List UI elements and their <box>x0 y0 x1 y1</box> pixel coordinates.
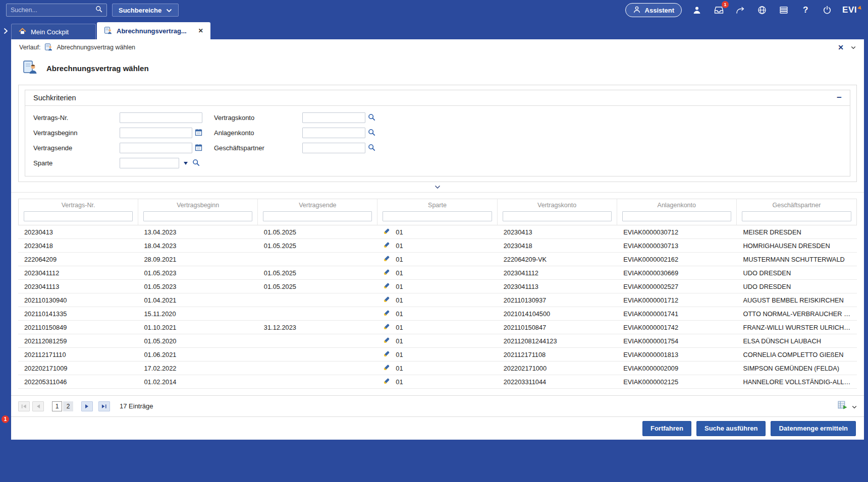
cell: 202110141335 <box>18 310 138 318</box>
topbar: Suchbereiche Assistent 1 ? <box>0 0 868 20</box>
cell: 202205311046 <box>18 378 138 386</box>
sparte-icon <box>384 310 390 318</box>
column-header[interactable]: Anlagenkonto <box>617 199 737 210</box>
sparte-dropdown-icon[interactable] <box>184 162 188 165</box>
global-search-input[interactable] <box>11 7 95 14</box>
column-header[interactable]: Sparte <box>377 199 497 210</box>
cell: EVIAK0000001754 <box>617 337 737 345</box>
fortfahren-button[interactable]: Fortfahren <box>642 421 691 436</box>
table-row[interactable]: 202304111201.05.202301.05.20250120230411… <box>18 266 857 280</box>
evi-logo-mark-icon <box>857 5 862 10</box>
column-filter-input[interactable] <box>503 211 612 221</box>
vertragskonto-search-icon[interactable] <box>368 113 375 123</box>
column-filter-input[interactable] <box>24 211 133 221</box>
close-view-icon[interactable]: ✕ <box>838 43 844 51</box>
table-row[interactable]: 20211013094001.04.202101202110130937EVIA… <box>18 293 857 307</box>
column-header[interactable]: Vertragskonto <box>498 199 617 210</box>
table-row[interactable]: 20220217100917.02.202201202202171000EVIA… <box>18 361 857 375</box>
sparte-cell: 01 <box>377 269 497 277</box>
sparte-cell: 01 <box>377 378 497 386</box>
server-stack-icon[interactable] <box>777 4 790 17</box>
anlagenkonto-search-icon[interactable] <box>368 129 375 138</box>
sparte-search-icon[interactable] <box>192 159 200 168</box>
cell: 202112081244123 <box>498 337 617 345</box>
power-icon[interactable] <box>821 4 834 17</box>
export-menu-chevron-icon[interactable] <box>852 402 857 411</box>
cell: 31.12.2023 <box>258 324 377 331</box>
sparte-input[interactable] <box>120 158 179 168</box>
geschaeftspartner-input[interactable] <box>302 143 365 153</box>
collapse-panel-button[interactable]: − <box>837 94 842 101</box>
cell: 20230413 <box>498 228 617 236</box>
table-filter-row <box>19 210 856 225</box>
search-areas-button[interactable]: Suchbereiche <box>112 4 179 17</box>
tab-close-icon[interactable]: ✕ <box>198 27 203 34</box>
column-filter-input[interactable] <box>383 211 492 221</box>
last-page-button[interactable] <box>98 401 110 411</box>
vertragsbeginn-calendar-icon[interactable] <box>195 129 202 138</box>
forward-arrow-icon[interactable] <box>734 4 747 17</box>
page-title: Abrechnungsvertrag wählen <box>46 64 149 73</box>
table-row[interactable]: 20220531104601.02.201401202203311044EVIA… <box>18 375 857 389</box>
cell: UDO DRESDEN <box>737 283 857 290</box>
home-icon <box>19 27 26 36</box>
column-header[interactable]: Vertragsende <box>258 199 377 210</box>
table-row[interactable]: 20211015084901.10.202131.12.202301202110… <box>18 321 857 334</box>
table-row[interactable]: 20211217111001.06.202101202112171108EVIA… <box>18 348 857 361</box>
anlagenkonto-input[interactable] <box>302 128 365 138</box>
cell: 202202171000 <box>498 365 617 372</box>
column-filter-input[interactable] <box>622 211 731 221</box>
panel-collapse-chevron-icon[interactable] <box>11 182 864 193</box>
table-row[interactable]: 20211208125901.05.202001202112081244123E… <box>18 334 857 348</box>
first-page-button[interactable] <box>18 401 30 411</box>
column-header[interactable]: Vertragsbeginn <box>138 199 258 210</box>
previous-page-button[interactable] <box>32 401 44 411</box>
vertragsende-input[interactable] <box>120 143 192 153</box>
view-menu-chevron-icon[interactable] <box>851 44 856 51</box>
table-row[interactable]: 20211014133515.11.2020012021014104500EVI… <box>18 307 857 321</box>
suche-ausfuehren-button[interactable]: Suche ausführen <box>696 421 766 436</box>
page-button-1[interactable]: 1 <box>52 401 62 411</box>
field-label-geschaeftspartner: Geschäftspartner <box>214 144 302 152</box>
table-row[interactable]: 22206420928.09.202101222064209-VKEVIAK00… <box>18 253 857 266</box>
cell: MEISER DRESDEN <box>737 228 857 236</box>
tab-label: Abrechnungsvertrag... <box>117 27 187 35</box>
column-header[interactable]: Geschäftspartner <box>737 199 856 210</box>
user-icon[interactable] <box>690 4 703 17</box>
column-filter-input[interactable] <box>263 211 372 221</box>
assistant-button[interactable]: Assistent <box>625 3 682 17</box>
geschaeftspartner-search-icon[interactable] <box>368 144 375 153</box>
datenmenge-ermitteln-button[interactable]: Datenmenge ermitteln <box>771 421 856 436</box>
table-row[interactable]: 2023041313.04.202301.05.20250120230413EV… <box>18 225 857 239</box>
inbox-tray-icon[interactable]: 1 <box>712 4 725 17</box>
next-page-button[interactable] <box>81 401 93 411</box>
content-panel: Verlauf: Abrechnungsvertrag wählen ✕ Abr… <box>11 39 864 440</box>
sparte-icon <box>384 323 390 331</box>
column-filter-input[interactable] <box>143 211 252 221</box>
vertragsbeginn-input[interactable] <box>120 128 192 138</box>
tab-mein-cockpit[interactable]: Mein Cockpit <box>11 24 96 39</box>
table-row[interactable]: 2023041818.04.202301.05.20250120230418EV… <box>18 239 857 253</box>
vertrags-nr-input[interactable] <box>120 112 202 123</box>
globe-icon[interactable] <box>755 4 769 17</box>
table-row[interactable]: 202304111301.05.202301.05.20250120230411… <box>18 280 857 293</box>
history-current-item[interactable]: Abrechnungsvertrag wählen <box>57 44 135 51</box>
field-label-sparte: Sparte <box>33 159 120 167</box>
export-icon[interactable] <box>838 401 847 411</box>
vertragsende-calendar-icon[interactable] <box>195 144 202 153</box>
sparte-icon <box>384 269 390 277</box>
cell-text: 01 <box>396 256 403 263</box>
cell-text: 01 <box>396 351 403 358</box>
global-search-box[interactable] <box>6 4 107 17</box>
page-button-2[interactable]: 2 <box>63 401 73 411</box>
column-header[interactable]: Vertrags-Nr. <box>19 199 138 210</box>
search-icon[interactable] <box>95 6 102 15</box>
tab-abrechnungsvertrag[interactable]: Abrechnungsvertrag... ✕ <box>97 22 210 39</box>
help-icon[interactable]: ? <box>799 4 812 17</box>
column-filter-input[interactable] <box>742 211 851 221</box>
notification-badge[interactable]: 1 <box>2 415 9 423</box>
vertragskonto-input[interactable] <box>302 112 365 123</box>
sparte-cell: 01 <box>377 310 497 318</box>
sidebar-expand-chevron-icon[interactable] <box>0 22 11 39</box>
cell: OTTO NORMAL-VERBRAUCHER ULRI... <box>737 310 857 318</box>
